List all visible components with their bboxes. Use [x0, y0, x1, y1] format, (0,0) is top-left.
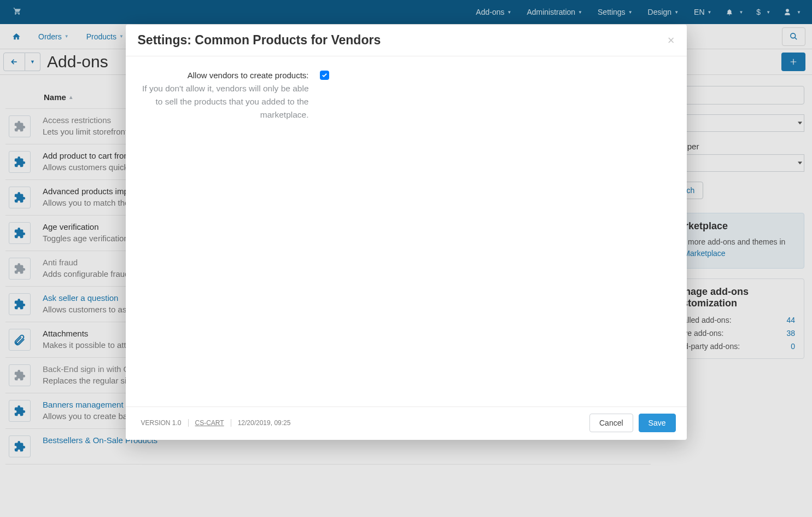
setting-row: Allow vendors to create products: If you…	[142, 69, 670, 121]
developer-link[interactable]: CS-CART	[195, 419, 224, 427]
version-label: VERSION 1.0	[141, 419, 182, 427]
setting-label: Allow vendors to create products:	[142, 69, 309, 81]
setting-hint: If you don't allow it, vendors will only…	[142, 82, 309, 121]
close-icon[interactable]: ×	[668, 34, 675, 47]
allow-vendors-checkbox[interactable]	[320, 71, 329, 80]
modal-overlay: Settings: Common Products for Vendors × …	[0, 0, 812, 464]
save-button[interactable]: Save	[639, 414, 676, 432]
modal-date: 12/20/2019, 09:25	[238, 419, 291, 427]
settings-modal: Settings: Common Products for Vendors × …	[126, 25, 687, 440]
modal-title: Settings: Common Products for Vendors	[138, 33, 668, 48]
cancel-button[interactable]: Cancel	[589, 414, 633, 432]
